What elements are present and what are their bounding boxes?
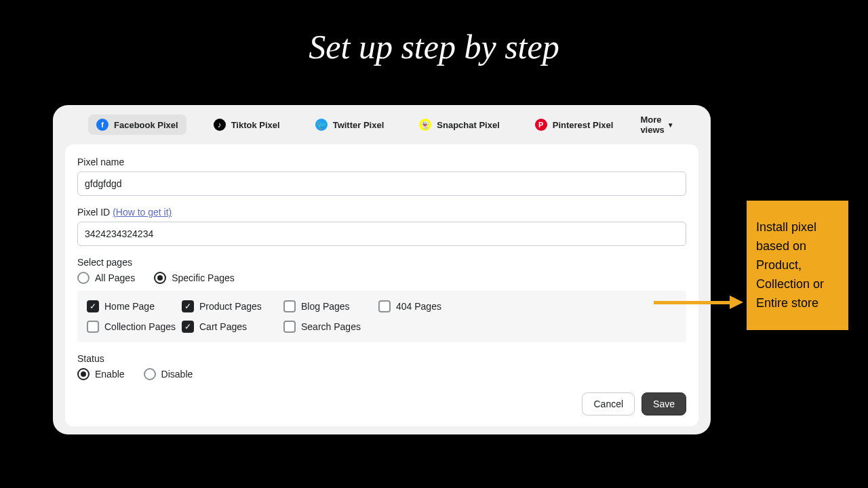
- tab-label: Tiktok Pixel: [231, 120, 280, 130]
- annotation-callout: Install pixel based on Product, Collecti…: [747, 201, 848, 330]
- checkbox-icon: [378, 300, 391, 312]
- arrow-line-icon: [654, 301, 730, 304]
- checkbox-icon: ✓: [87, 300, 99, 312]
- pixel-name-input[interactable]: [77, 171, 686, 196]
- radio-label: All Pages: [95, 272, 135, 283]
- checkbox-404-pages[interactable]: 404 Pages: [378, 300, 473, 312]
- checkbox-label: Home Page: [104, 301, 155, 312]
- annotation-arrow: [654, 296, 743, 309]
- form-actions: Cancel Save: [77, 392, 686, 415]
- checkbox-icon: [283, 300, 296, 312]
- tab-label: Facebook Pixel: [114, 120, 178, 130]
- checkbox-label: Product Pages: [199, 301, 262, 312]
- how-to-get-it-link[interactable]: (How to get it): [113, 207, 172, 218]
- more-views-dropdown[interactable]: More views ▼: [640, 115, 677, 135]
- cancel-button[interactable]: Cancel: [582, 392, 635, 415]
- facebook-icon: f: [96, 119, 108, 131]
- pixel-id-label: Pixel ID (How to get it): [77, 207, 686, 218]
- select-pages-label: Select pages: [77, 257, 686, 268]
- field-pixel-name: Pixel name: [77, 157, 686, 196]
- checkbox-search-pages[interactable]: Search Pages: [283, 321, 378, 333]
- radio-icon: [77, 272, 90, 284]
- pixel-panel: f Facebook Pixel ♪ Tiktok Pixel 🐦 Twitte…: [53, 105, 711, 434]
- checkbox-icon: [283, 321, 296, 333]
- pixel-id-label-text: Pixel ID: [77, 207, 110, 218]
- checkbox-label: Blog Pages: [301, 301, 350, 312]
- tab-label: Pinterest Pixel: [553, 120, 614, 130]
- chevron-down-icon: ▼: [667, 121, 674, 129]
- pixel-id-input[interactable]: [77, 222, 686, 246]
- tab-facebook[interactable]: f Facebook Pixel: [88, 115, 186, 135]
- radio-enable[interactable]: Enable: [77, 368, 125, 380]
- status-label: Status: [77, 353, 686, 364]
- checkbox-label: 404 Pages: [396, 301, 441, 312]
- checkbox-icon: [87, 321, 99, 333]
- tab-label: Snapchat Pixel: [437, 120, 499, 130]
- checkbox-label: Cart Pages: [199, 321, 247, 332]
- checkbox-blog-pages[interactable]: Blog Pages: [283, 300, 378, 312]
- checkbox-label: Collection Pages: [104, 321, 176, 332]
- tab-twitter[interactable]: 🐦 Twitter Pixel: [307, 115, 393, 135]
- arrow-head-icon: [730, 296, 743, 309]
- form-card: Pixel name Pixel ID (How to get it) Sele…: [65, 144, 698, 426]
- tab-label: Twitter Pixel: [333, 120, 384, 130]
- field-status: Status Enable Disable: [77, 353, 686, 380]
- snapchat-icon: 👻: [419, 119, 431, 131]
- field-pixel-id: Pixel ID (How to get it): [77, 207, 686, 246]
- checkbox-label: Search Pages: [301, 321, 361, 332]
- tab-tiktok[interactable]: ♪ Tiktok Pixel: [205, 115, 288, 135]
- radio-label: Disable: [161, 369, 193, 380]
- tab-pinterest[interactable]: P Pinterest Pixel: [527, 115, 622, 135]
- pinterest-icon: P: [535, 119, 547, 131]
- checkbox-collection-pages[interactable]: Collection Pages: [87, 321, 182, 333]
- checkbox-icon: ✓: [182, 321, 194, 333]
- pixel-tabs: f Facebook Pixel ♪ Tiktok Pixel 🐦 Twitte…: [53, 115, 711, 142]
- radio-all-pages[interactable]: All Pages: [77, 272, 135, 284]
- radio-icon: [77, 368, 90, 380]
- radio-icon: [144, 368, 156, 380]
- radio-specific-pages[interactable]: Specific Pages: [154, 272, 235, 284]
- checkbox-cart-pages[interactable]: ✓ Cart Pages: [182, 321, 283, 333]
- save-button[interactable]: Save: [642, 392, 686, 415]
- radio-icon: [154, 272, 166, 284]
- twitter-icon: 🐦: [315, 119, 328, 131]
- pages-selection-box: ✓ Home Page ✓ Product Pages Blog Pages 4…: [77, 291, 686, 342]
- radio-label: Enable: [95, 369, 125, 380]
- checkbox-icon: ✓: [182, 300, 194, 312]
- more-views-label: More views: [640, 115, 664, 135]
- pixel-name-label: Pixel name: [77, 157, 686, 167]
- page-heading: Set up step by step: [0, 27, 868, 66]
- radio-disable[interactable]: Disable: [144, 368, 193, 380]
- tiktok-icon: ♪: [214, 119, 226, 131]
- tab-snapchat[interactable]: 👻 Snapchat Pixel: [411, 115, 507, 135]
- field-select-pages: Select pages All Pages Specific Pages ✓ …: [77, 257, 686, 342]
- radio-label: Specific Pages: [172, 272, 235, 283]
- checkbox-home-page[interactable]: ✓ Home Page: [87, 300, 182, 312]
- checkbox-product-pages[interactable]: ✓ Product Pages: [182, 300, 283, 312]
